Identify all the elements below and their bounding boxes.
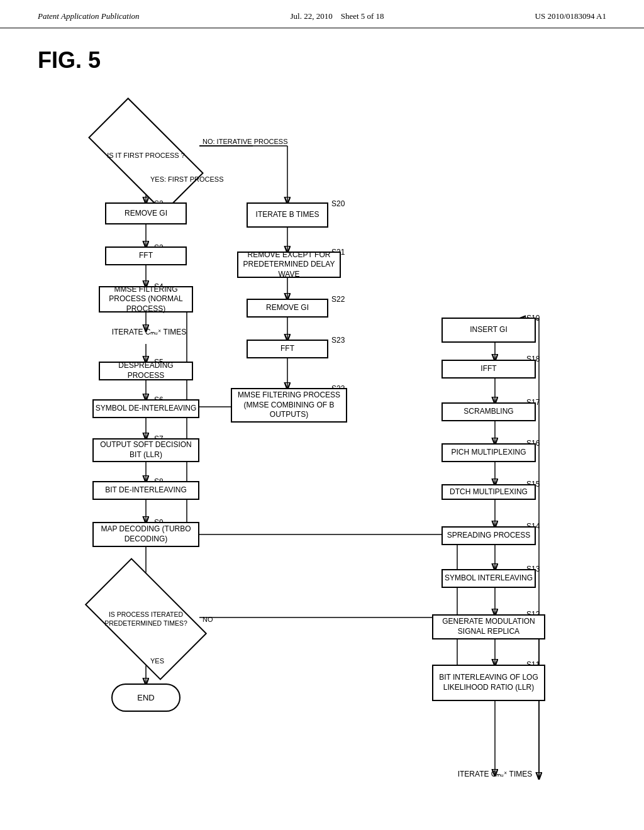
flowchart: S1 IS IT FIRST PROCESS ? NO: ITERATIVE P… [42, 86, 608, 822]
s10-yes-label: YES [150, 657, 164, 665]
end-oval: END [111, 683, 180, 712]
diagram-area: FIG. 5 [0, 28, 644, 830]
iterate-cmux2-label: ITERATE Cₘᵤˣ TIMES [438, 770, 552, 778]
page-header: Patent Application Publication Jul. 22, … [0, 0, 644, 28]
header-left: Patent Application Publication [38, 11, 140, 21]
s23-label: S23 [331, 336, 345, 345]
s19-box: INSERT GI [441, 318, 536, 343]
s3-box: FFT [105, 246, 187, 265]
s7-box: OUTPUT SOFT DECISION BIT (LLR) [92, 438, 199, 462]
s8-box: BIT DE-INTERLEAVING [92, 481, 199, 500]
header-right: US 2010/0183094 A1 [535, 11, 606, 21]
s2-box: REMOVE GI [105, 202, 187, 224]
s23-box: FFT [247, 340, 328, 358]
s10-no-label: NO [203, 616, 213, 623]
figure-label: FIG. 5 [38, 47, 613, 74]
s20-label: S20 [331, 199, 345, 208]
s24-box: MMSE FILTERING PROCESS (MMSE COMBINING O… [231, 388, 347, 423]
s22-label: S22 [331, 295, 345, 304]
s12-box: GENERATE MODULATION SIGNAL REPLICA [432, 614, 545, 639]
iterate-cmux-label: ITERATE Cₘᵤˣ TIMES [99, 328, 199, 336]
s6-box: SYMBOL DE-INTERLEAVING [92, 399, 199, 418]
s22-box: REMOVE GI [247, 299, 328, 318]
s21-box: REMOVE EXCEPT FOR PREDETERMINED DELAY WA… [237, 252, 341, 278]
header-center: Jul. 22, 2010 Sheet 5 of 18 [290, 11, 384, 21]
s13-box: SYMBOL INTERLEAVING [441, 569, 536, 588]
s20-box: ITERATE B TIMES [247, 202, 328, 228]
s15-box: DTCH MULTIPLEXING [441, 484, 536, 500]
s1-no-label: NO: ITERATIVE PROCESS [203, 138, 288, 145]
s4-box: MMSE FILTERING PROCESS (NORMAL PROCESS) [99, 286, 193, 313]
s10-diamond: IS PROCESS ITERATED PREDETERMINED TIMES? [92, 586, 199, 652]
s9-box: MAP DECODING (TURBO DECODING) [92, 522, 199, 547]
s18-box: IFFT [441, 360, 536, 379]
s16-box: PICH MULTIPLEXING [441, 443, 536, 462]
s1-yes-label: YES: FIRST PROCESS [150, 175, 224, 183]
s14-box: SPREADING PROCESS [441, 526, 536, 545]
s11-box: BIT INTERLEAVING OF LOG LIKELIHOOD RATIO… [432, 665, 545, 701]
s17-box: SCRAMBLING [441, 402, 536, 421]
s5-box: DESPREADING PROCESS [99, 362, 193, 380]
